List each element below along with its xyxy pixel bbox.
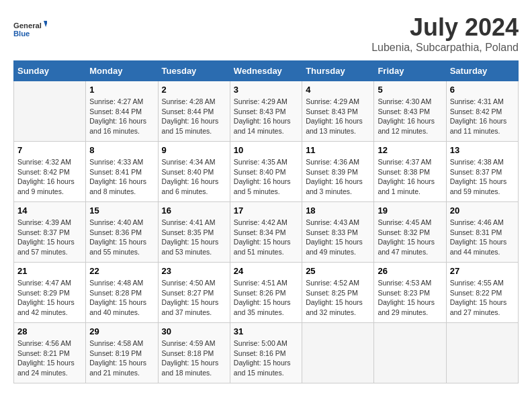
- day-cell: 15Sunrise: 4:40 AM Sunset: 8:36 PM Dayli…: [86, 202, 158, 263]
- day-info: Sunrise: 4:28 AM Sunset: 8:44 PM Dayligh…: [162, 97, 226, 136]
- day-cell: 26Sunrise: 4:53 AM Sunset: 8:23 PM Dayli…: [374, 263, 446, 323]
- day-cell: 16Sunrise: 4:41 AM Sunset: 8:35 PM Dayli…: [158, 202, 230, 263]
- day-info: Sunrise: 4:34 AM Sunset: 8:40 PM Dayligh…: [162, 157, 226, 197]
- day-number: 19: [378, 205, 442, 216]
- day-cell: 3Sunrise: 4:29 AM Sunset: 8:43 PM Daylig…: [230, 81, 302, 142]
- day-info: Sunrise: 4:37 AM Sunset: 8:38 PM Dayligh…: [378, 157, 442, 197]
- day-number: 23: [162, 266, 226, 276]
- header-day-friday: Friday: [374, 61, 446, 81]
- day-cell: 25Sunrise: 4:52 AM Sunset: 8:25 PM Dayli…: [302, 263, 374, 323]
- day-cell: 18Sunrise: 4:43 AM Sunset: 8:33 PM Dayli…: [302, 202, 374, 263]
- day-number: 12: [378, 145, 442, 155]
- day-info: Sunrise: 4:42 AM Sunset: 8:34 PM Dayligh…: [234, 218, 298, 257]
- day-cell: [446, 323, 518, 383]
- day-info: Sunrise: 4:27 AM Sunset: 8:44 PM Dayligh…: [89, 97, 154, 136]
- day-number: 18: [306, 205, 370, 216]
- logo: General Blue: [13, 13, 47, 47]
- day-number: 16: [162, 205, 226, 216]
- day-cell: 29Sunrise: 4:58 AM Sunset: 8:19 PM Dayli…: [86, 323, 158, 383]
- day-cell: 6Sunrise: 4:31 AM Sunset: 8:42 PM Daylig…: [446, 81, 518, 142]
- day-cell: 8Sunrise: 4:33 AM Sunset: 8:41 PM Daylig…: [86, 142, 158, 202]
- day-info: Sunrise: 4:53 AM Sunset: 8:23 PM Dayligh…: [378, 278, 442, 318]
- day-cell: 7Sunrise: 4:32 AM Sunset: 8:42 PM Daylig…: [14, 142, 86, 202]
- header-day-thursday: Thursday: [302, 61, 374, 81]
- day-info: Sunrise: 4:38 AM Sunset: 8:37 PM Dayligh…: [450, 157, 515, 197]
- day-info: Sunrise: 4:47 AM Sunset: 8:29 PM Dayligh…: [17, 278, 82, 318]
- day-number: 24: [234, 266, 298, 276]
- day-cell: [374, 323, 446, 383]
- day-number: 20: [450, 205, 515, 216]
- day-info: Sunrise: 4:45 AM Sunset: 8:32 PM Dayligh…: [378, 218, 442, 257]
- day-cell: 1Sunrise: 4:27 AM Sunset: 8:44 PM Daylig…: [86, 81, 158, 142]
- day-cell: 28Sunrise: 4:56 AM Sunset: 8:21 PM Dayli…: [14, 323, 86, 383]
- header-day-sunday: Sunday: [14, 61, 86, 81]
- svg-text:General: General: [13, 21, 42, 30]
- logo-svg: General Blue: [13, 13, 47, 47]
- day-number: 30: [162, 326, 226, 336]
- day-cell: 13Sunrise: 4:38 AM Sunset: 8:37 PM Dayli…: [446, 142, 518, 202]
- svg-marker-2: [44, 21, 47, 27]
- day-cell: 31Sunrise: 5:00 AM Sunset: 8:16 PM Dayli…: [230, 323, 302, 383]
- day-info: Sunrise: 4:36 AM Sunset: 8:39 PM Dayligh…: [306, 157, 370, 197]
- day-number: 17: [234, 205, 298, 216]
- day-info: Sunrise: 4:50 AM Sunset: 8:27 PM Dayligh…: [162, 278, 226, 318]
- svg-text:Blue: Blue: [13, 30, 30, 38]
- day-info: Sunrise: 4:51 AM Sunset: 8:26 PM Dayligh…: [234, 278, 298, 318]
- day-number: 28: [17, 326, 82, 336]
- day-cell: 22Sunrise: 4:48 AM Sunset: 8:28 PM Dayli…: [86, 263, 158, 323]
- day-number: 2: [162, 85, 226, 95]
- day-info: Sunrise: 4:40 AM Sunset: 8:36 PM Dayligh…: [89, 218, 154, 257]
- day-info: Sunrise: 4:41 AM Sunset: 8:35 PM Dayligh…: [162, 218, 226, 257]
- month-title: July 2024: [371, 13, 519, 42]
- header-day-tuesday: Tuesday: [158, 61, 230, 81]
- week-row-1: 1Sunrise: 4:27 AM Sunset: 8:44 PM Daylig…: [14, 81, 519, 142]
- day-number: 4: [306, 85, 370, 95]
- day-info: Sunrise: 4:31 AM Sunset: 8:42 PM Dayligh…: [450, 97, 515, 136]
- day-info: Sunrise: 4:43 AM Sunset: 8:33 PM Dayligh…: [306, 218, 370, 257]
- week-row-3: 14Sunrise: 4:39 AM Sunset: 8:37 PM Dayli…: [14, 202, 519, 263]
- day-info: Sunrise: 4:30 AM Sunset: 8:43 PM Dayligh…: [378, 97, 442, 136]
- day-number: 25: [306, 266, 370, 276]
- day-info: Sunrise: 4:46 AM Sunset: 8:31 PM Dayligh…: [450, 218, 515, 257]
- week-row-2: 7Sunrise: 4:32 AM Sunset: 8:42 PM Daylig…: [14, 142, 519, 202]
- day-cell: [14, 81, 86, 142]
- day-cell: [302, 323, 374, 383]
- day-cell: 30Sunrise: 4:59 AM Sunset: 8:18 PM Dayli…: [158, 323, 230, 383]
- day-number: 3: [234, 85, 298, 95]
- day-info: Sunrise: 4:35 AM Sunset: 8:40 PM Dayligh…: [234, 157, 298, 197]
- day-info: Sunrise: 4:39 AM Sunset: 8:37 PM Dayligh…: [17, 218, 82, 257]
- day-number: 26: [378, 266, 442, 276]
- day-number: 6: [450, 85, 515, 95]
- day-cell: 5Sunrise: 4:30 AM Sunset: 8:43 PM Daylig…: [374, 81, 446, 142]
- day-number: 31: [234, 326, 298, 336]
- day-number: 21: [17, 266, 82, 276]
- location-title: Lubenia, Subcarpathia, Poland: [371, 42, 519, 54]
- day-cell: 17Sunrise: 4:42 AM Sunset: 8:34 PM Dayli…: [230, 202, 302, 263]
- day-number: 1: [89, 85, 154, 95]
- day-number: 13: [450, 145, 515, 155]
- day-cell: 19Sunrise: 4:45 AM Sunset: 8:32 PM Dayli…: [374, 202, 446, 263]
- day-cell: 11Sunrise: 4:36 AM Sunset: 8:39 PM Dayli…: [302, 142, 374, 202]
- day-info: Sunrise: 4:58 AM Sunset: 8:19 PM Dayligh…: [89, 338, 154, 378]
- header-row: SundayMondayTuesdayWednesdayThursdayFrid…: [14, 61, 519, 81]
- day-number: 7: [17, 145, 82, 155]
- day-info: Sunrise: 4:29 AM Sunset: 8:43 PM Dayligh…: [306, 97, 370, 136]
- day-cell: 21Sunrise: 4:47 AM Sunset: 8:29 PM Dayli…: [14, 263, 86, 323]
- day-cell: 23Sunrise: 4:50 AM Sunset: 8:27 PM Dayli…: [158, 263, 230, 323]
- day-info: Sunrise: 4:56 AM Sunset: 8:21 PM Dayligh…: [17, 338, 82, 378]
- day-number: 15: [89, 205, 154, 216]
- day-cell: 9Sunrise: 4:34 AM Sunset: 8:40 PM Daylig…: [158, 142, 230, 202]
- day-info: Sunrise: 4:55 AM Sunset: 8:22 PM Dayligh…: [450, 278, 515, 318]
- header-day-saturday: Saturday: [446, 61, 518, 81]
- day-info: Sunrise: 4:52 AM Sunset: 8:25 PM Dayligh…: [306, 278, 370, 318]
- day-cell: 4Sunrise: 4:29 AM Sunset: 8:43 PM Daylig…: [302, 81, 374, 142]
- day-cell: 20Sunrise: 4:46 AM Sunset: 8:31 PM Dayli…: [446, 202, 518, 263]
- header-day-wednesday: Wednesday: [230, 61, 302, 81]
- day-number: 9: [162, 145, 226, 155]
- calendar-table: SundayMondayTuesdayWednesdayThursdayFrid…: [13, 60, 519, 383]
- week-row-4: 21Sunrise: 4:47 AM Sunset: 8:29 PM Dayli…: [14, 263, 519, 323]
- day-cell: 14Sunrise: 4:39 AM Sunset: 8:37 PM Dayli…: [14, 202, 86, 263]
- day-info: Sunrise: 4:32 AM Sunset: 8:42 PM Dayligh…: [17, 157, 82, 197]
- day-info: Sunrise: 4:59 AM Sunset: 8:18 PM Dayligh…: [162, 338, 226, 378]
- day-cell: 24Sunrise: 4:51 AM Sunset: 8:26 PM Dayli…: [230, 263, 302, 323]
